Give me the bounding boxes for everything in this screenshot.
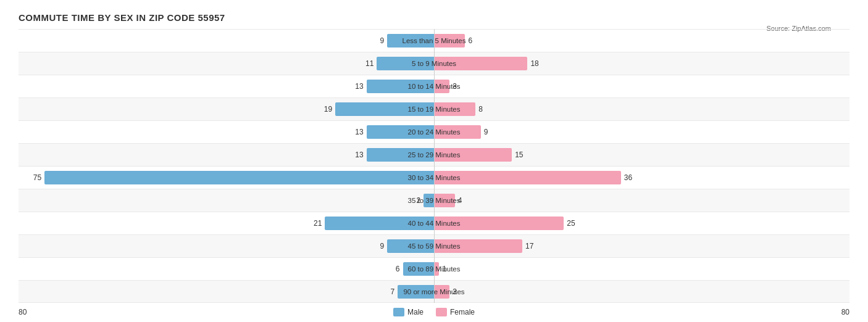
- chart-title: COMMUTE TIME BY SEX IN ZIP CODE 55957: [19, 12, 849, 23]
- axis-label-right: 80: [841, 308, 849, 316]
- left-side: 7: [19, 283, 434, 300]
- female-value: 36: [624, 173, 636, 182]
- male-value: 13: [351, 128, 364, 136]
- right-side: 3: [434, 78, 849, 95]
- female-value: 25: [567, 219, 579, 228]
- male-value: 75: [29, 173, 41, 182]
- male-value: 2: [408, 196, 420, 205]
- female-bar: [434, 102, 475, 116]
- female-value: 4: [458, 196, 470, 205]
- right-side: 18: [434, 55, 849, 72]
- female-bar: [434, 239, 522, 253]
- chart-area: 9 Less than 5 Minutes 6 11 5 to 9 Minute…: [19, 29, 849, 303]
- male-value: 13: [351, 151, 364, 159]
- bottom-row: 80 Male Female 80: [19, 308, 849, 316]
- male-bar: [367, 148, 434, 162]
- right-side: 15: [434, 146, 849, 163]
- male-bar: [367, 80, 434, 93]
- right-side: 6: [434, 32, 849, 49]
- right-side: 9: [434, 123, 849, 141]
- male-value: 6: [388, 265, 400, 273]
- male-bar: [44, 171, 434, 184]
- right-side: 36: [434, 169, 849, 186]
- left-side: 75: [19, 169, 434, 186]
- center-axis: [434, 29, 435, 303]
- legend: Male Female: [393, 308, 475, 316]
- female-bar: [434, 194, 455, 207]
- male-bar: [367, 125, 434, 139]
- male-bar: [403, 262, 434, 276]
- male-value: 11: [361, 59, 373, 68]
- left-side: 6: [19, 260, 434, 278]
- right-side: 17: [434, 237, 849, 255]
- female-bar: [434, 34, 465, 47]
- axis-label-left: 80: [19, 308, 27, 316]
- male-bar: [424, 194, 434, 207]
- right-side: 1: [434, 260, 849, 278]
- female-label: Female: [450, 308, 475, 316]
- female-value: 3: [453, 82, 465, 91]
- male-swatch: [393, 308, 404, 316]
- female-value: 1: [442, 265, 454, 273]
- female-value: 9: [484, 128, 496, 136]
- page-wrapper: COMMUTE TIME BY SEX IN ZIP CODE 55957 So…: [19, 12, 849, 316]
- male-value: 13: [351, 82, 364, 91]
- female-value: 8: [478, 105, 491, 114]
- female-bar: [434, 80, 449, 93]
- left-side: 11: [19, 55, 434, 72]
- female-value: 15: [515, 151, 527, 159]
- male-bar: [387, 34, 434, 47]
- male-bar: [335, 102, 434, 116]
- left-side: 9: [19, 32, 434, 49]
- female-value: 18: [530, 59, 543, 68]
- male-bar: [377, 57, 434, 70]
- right-side: 4: [434, 192, 849, 209]
- female-bar: [434, 285, 449, 299]
- male-value: 21: [309, 219, 322, 228]
- male-value: 9: [372, 242, 384, 250]
- male-value: 19: [320, 105, 332, 114]
- legend-male: Male: [393, 308, 424, 316]
- left-side: 2: [19, 192, 434, 209]
- female-bar: [434, 171, 621, 184]
- female-bar: [434, 57, 527, 70]
- left-side: 13: [19, 123, 434, 141]
- female-value: 6: [468, 36, 480, 45]
- male-bar: [325, 217, 434, 230]
- male-bar: [387, 239, 434, 253]
- female-value: 3: [453, 287, 465, 296]
- left-side: 9: [19, 237, 434, 255]
- female-swatch: [436, 308, 447, 316]
- left-side: 13: [19, 146, 434, 163]
- male-value: 7: [382, 287, 394, 296]
- right-side: 3: [434, 283, 849, 300]
- male-label: Male: [407, 308, 424, 316]
- right-side: 8: [434, 101, 849, 118]
- female-value: 17: [525, 242, 538, 250]
- left-side: 13: [19, 78, 434, 95]
- male-value: 9: [372, 36, 384, 45]
- left-side: 19: [19, 101, 434, 118]
- female-bar: [434, 217, 564, 230]
- male-bar: [398, 285, 434, 299]
- female-bar: [434, 262, 439, 276]
- legend-female: Female: [436, 308, 475, 316]
- female-bar: [434, 125, 481, 139]
- left-side: 21: [19, 215, 434, 232]
- right-side: 25: [434, 215, 849, 232]
- female-bar: [434, 148, 512, 162]
